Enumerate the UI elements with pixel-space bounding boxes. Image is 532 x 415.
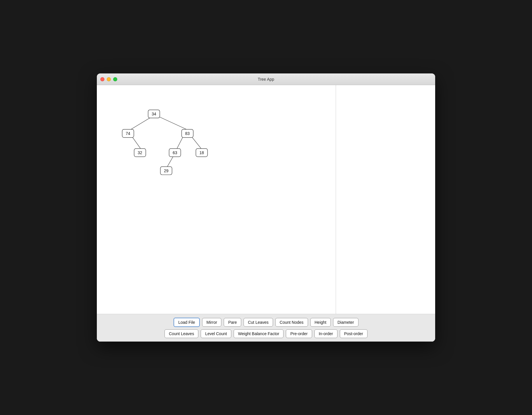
pre-order-button[interactable]: Pre-order — [286, 329, 312, 338]
toolbar-row-2: Count Leaves Level Count Weight Balance … — [102, 329, 430, 338]
toolbar-row-1: Load File Mirror Pare Cut Leaves Count N… — [102, 318, 430, 327]
count-leaves-button[interactable]: Count Leaves — [164, 329, 198, 338]
content-area: 34 74 83 32 63 — [97, 85, 435, 342]
left-panel: 34 74 83 32 63 — [97, 85, 336, 314]
pare-button[interactable]: Pare — [224, 318, 241, 327]
svg-line-1 — [158, 116, 187, 130]
count-nodes-button[interactable]: Count Nodes — [275, 318, 308, 327]
svg-text:29: 29 — [164, 168, 169, 173]
titlebar: Tree App — [97, 73, 435, 85]
cut-leaves-button[interactable]: Cut Leaves — [244, 318, 273, 327]
panels: 34 74 83 32 63 — [97, 85, 435, 314]
traffic-lights — [100, 77, 117, 81]
maximize-button[interactable] — [113, 77, 117, 81]
height-button[interactable]: Height — [310, 318, 331, 327]
diameter-button[interactable]: Diameter — [333, 318, 358, 327]
toolbar: Load File Mirror Pare Cut Leaves Count N… — [97, 314, 435, 342]
minimize-button[interactable] — [107, 77, 111, 81]
app-window: Tree App — [97, 73, 435, 342]
mirror-button[interactable]: Mirror — [202, 318, 222, 327]
in-order-button[interactable]: In-order — [314, 329, 337, 338]
close-button[interactable] — [100, 77, 104, 81]
tree-canvas: 34 74 83 32 63 — [97, 85, 336, 314]
svg-text:74: 74 — [126, 131, 130, 136]
svg-text:63: 63 — [173, 150, 177, 155]
load-file-button[interactable]: Load File — [174, 318, 200, 327]
svg-text:18: 18 — [200, 150, 204, 155]
level-count-button[interactable]: Level Count — [201, 329, 231, 338]
weight-balance-factor-button[interactable]: Weight Balance Factor — [234, 329, 284, 338]
svg-text:34: 34 — [152, 112, 156, 116]
window-title: Tree App — [258, 77, 274, 82]
right-panel — [336, 85, 435, 314]
svg-text:32: 32 — [138, 150, 142, 155]
post-order-button[interactable]: Post-order — [340, 329, 368, 338]
svg-text:83: 83 — [185, 131, 190, 136]
tree-svg: 34 74 83 32 63 — [97, 85, 336, 314]
